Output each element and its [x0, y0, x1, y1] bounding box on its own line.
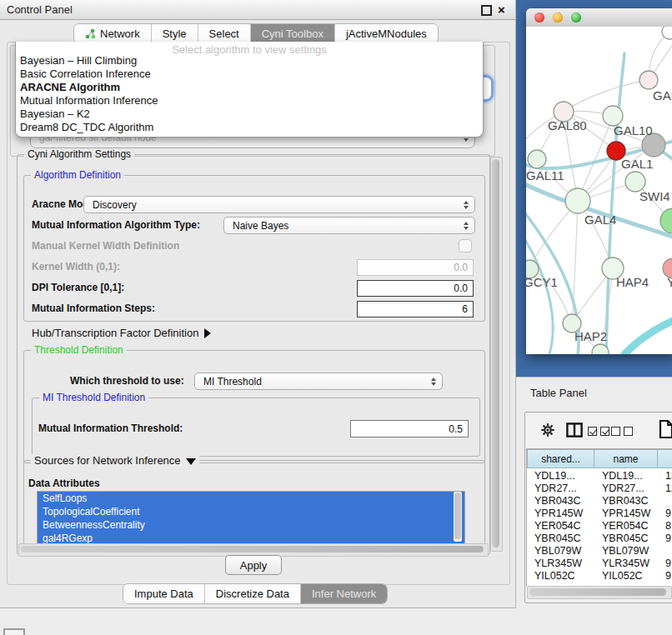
which-threshold-label: Which threshold to use: — [70, 375, 184, 387]
cell — [658, 545, 672, 558]
close-panel-icon[interactable]: × — [498, 4, 505, 16]
algorithm-option[interactable]: Mutual Information Inference — [20, 94, 158, 107]
list-item[interactable]: TopologicalCoefficient — [38, 505, 464, 518]
tab-discretize-data[interactable]: Discretize Data — [205, 584, 301, 603]
collapse-down-icon[interactable] — [186, 458, 196, 465]
close-window-icon[interactable] — [534, 12, 544, 22]
list-item[interactable]: SelfLoops — [38, 492, 464, 505]
data-attributes-list[interactable]: SelfLoops TopologicalCoefficient Between… — [37, 491, 465, 545]
tab-select[interactable]: Select — [198, 24, 251, 43]
algorithm-option[interactable]: Bayesian – Hill Climbing — [20, 54, 137, 67]
cell: 9. — [658, 558, 672, 570]
manual-kernel-checkbox[interactable] — [459, 239, 472, 252]
dpi-tolerance-label: DPI Tolerance [0,1]: — [32, 282, 124, 293]
scrollbar-thumb[interactable] — [492, 159, 499, 548]
hub-definition-expander[interactable]: Hub/Transcription Factor Definition — [32, 327, 211, 339]
tab-jactivemnodules[interactable]: jActiveMNodules — [335, 24, 438, 43]
document-icon[interactable] — [659, 419, 672, 442]
tab-label: Style — [163, 28, 187, 40]
expand-right-icon[interactable] — [204, 328, 211, 338]
algorithm-dropdown-list: Select algorithm to view settings Bayesi… — [15, 42, 484, 138]
float-panel-icon[interactable] — [481, 5, 492, 16]
scrollbar-thumb[interactable] — [529, 588, 666, 596]
cell: YPR145W — [527, 508, 594, 520]
cell: YPR145W — [594, 508, 658, 520]
aracne-mode-combo[interactable]: Discovery — [83, 196, 475, 213]
table-panel-titlebar: Table Panel — [516, 377, 672, 404]
column-header-partial[interactable]: A — [657, 449, 672, 468]
which-threshold-combo[interactable]: MI Threshold — [194, 372, 443, 390]
algorithm-option-selected[interactable]: ARACNE Algorithm — [20, 81, 120, 93]
node-label: GCY1 — [526, 275, 558, 289]
tab-infer-network[interactable]: Infer Network — [301, 584, 387, 603]
cell: YBR043C — [527, 495, 594, 508]
sources-collapser[interactable]: Sources for Network Inference — [31, 454, 199, 467]
cell: YLR345W — [527, 558, 594, 570]
collapsed-panel-box[interactable] — [3, 628, 25, 635]
tab-style[interactable]: Style — [152, 24, 198, 43]
minimize-window-icon[interactable] — [553, 12, 563, 22]
aracne-mode-value: Discovery — [93, 199, 137, 211]
gear-icon[interactable] — [540, 422, 555, 438]
settings-vertical-scrollbar[interactable] — [490, 157, 503, 552]
data-attributes-label: Data Attributes — [28, 478, 100, 489]
apply-button[interactable]: Apply — [225, 555, 282, 575]
tab-impute-data[interactable]: Impute Data — [123, 584, 205, 603]
network-node-gal[interactable] — [639, 71, 658, 89]
attribute-table: shared... name A YDL19...YDL19...13 YDR2… — [526, 448, 672, 587]
list-item[interactable]: BetweennessCentrality — [38, 518, 464, 532]
column-header-shared[interactable]: shared... — [527, 449, 594, 468]
cell: YDL19... — [594, 470, 658, 482]
cell: 12 — [658, 482, 672, 495]
tab-cyni-toolbox[interactable]: Cyni Toolbox — [251, 24, 335, 43]
mi-algorithm-type-value: Naive Bayes — [233, 220, 288, 232]
cell: YDL19... — [527, 470, 594, 482]
cell: YDR27... — [527, 482, 594, 495]
mi-steps-value: 6 — [462, 303, 468, 315]
zoom-window-icon[interactable] — [571, 12, 581, 22]
cell: YLR345W — [594, 558, 658, 570]
node-label: GAL10 — [614, 123, 653, 138]
tab-network[interactable]: Network — [74, 24, 152, 43]
mi-algorithm-type-label: Mutual Information Algorithm Type: — [32, 219, 200, 231]
mi-algorithm-type-combo[interactable]: Naive Bayes — [223, 217, 475, 234]
column-header-name[interactable]: name — [594, 449, 658, 468]
combo-spinner-icon — [464, 201, 469, 209]
kernel-width-value: 0.0 — [454, 262, 468, 273]
network-window-titlebar[interactable] — [526, 8, 672, 28]
node-label: SWI4 — [639, 189, 670, 203]
scrollbar-thumb[interactable] — [454, 492, 461, 539]
table-horizontal-scrollbar[interactable] — [527, 586, 672, 599]
tab-label: Infer Network — [312, 588, 376, 600]
mi-steps-field[interactable]: 6 — [357, 301, 474, 318]
kernel-width-field[interactable]: 0.0 — [357, 259, 474, 276]
show-checked-columns-icon[interactable] — [588, 427, 609, 436]
tab-label: Select — [209, 28, 239, 40]
list-vertical-scrollbar[interactable] — [454, 492, 462, 542]
split-columns-icon[interactable] — [566, 422, 583, 441]
node-label: GAL — [653, 88, 672, 102]
algorithm-option[interactable]: Bayesian – K2 — [20, 108, 90, 120]
tab-label: Network — [100, 28, 140, 40]
network-node-green[interactable] — [660, 208, 672, 233]
cell — [658, 495, 672, 508]
cell: 8. — [658, 520, 672, 532]
combo-spinner-icon — [431, 378, 436, 386]
cell: 9. — [658, 532, 672, 545]
hide-columns-icon[interactable] — [611, 427, 633, 436]
network-node-gal11[interactable] — [528, 150, 546, 168]
hub-definition-label: Hub/Transcription Factor Definition — [32, 327, 198, 339]
network-node-gal4[interactable] — [565, 188, 590, 213]
scrollbar-thumb[interactable] — [21, 546, 484, 552]
algorithm-option[interactable]: Basic Correlation Inference — [20, 68, 151, 80]
dpi-tolerance-field[interactable]: 0.0 — [357, 280, 474, 297]
panel-title: Control Panel — [7, 3, 73, 16]
tab-label: jActiveMNodules — [346, 28, 427, 40]
node-label: GAL1 — [621, 157, 653, 171]
network-canvas[interactable]: GAL GAL80 GAL10 GAL1 GAL11 SWI4 GAL4 GCY… — [526, 27, 672, 354]
cell: YBR045C — [594, 532, 658, 545]
mi-threshold-field[interactable]: 0.5 — [350, 420, 469, 438]
node-label: GAL4 — [584, 212, 616, 227]
algorithm-option[interactable]: Dream8 DC_TDC Algorithm — [20, 121, 153, 133]
cell: YBR045C — [527, 532, 594, 545]
